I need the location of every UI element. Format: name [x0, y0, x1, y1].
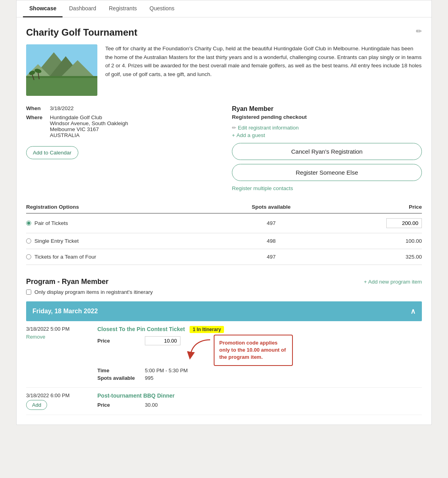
pencil-icon: ✏ — [232, 125, 236, 131]
tab-questions[interactable]: Questions — [143, 0, 181, 17]
itinerary-checkbox-label: Only display program items in registrant… — [34, 289, 153, 295]
program-item-1-price-row: Price — [97, 336, 422, 366]
event-image — [26, 44, 97, 96]
program-item-2-price-row: Price 30.00 — [97, 402, 422, 408]
registrant-status: Registered pending checkout — [232, 114, 422, 120]
price-input-program-1[interactable] — [145, 336, 180, 345]
program-item-2: 3/18/2022 6:00 PM Add Post-tournament BB… — [26, 388, 422, 415]
option-single-ticket: Single Entry Ticket — [26, 233, 218, 249]
plus-icon: + — [232, 132, 235, 138]
program-item-2-left: 3/18/2022 6:00 PM Add — [26, 392, 97, 410]
price-single-ticket: 100.00 — [325, 233, 422, 249]
when-row: When 3/18/2022 — [26, 105, 216, 111]
table-row: Tickets for a Team of Four 497 325.00 — [26, 249, 422, 265]
option-team-four: Tickets for a Team of Four — [26, 249, 218, 265]
spots-value-1: 995 — [145, 375, 154, 381]
cancel-registration-button[interactable]: Cancel Ryan's Registration — [232, 143, 422, 160]
tab-registrants[interactable]: Registrants — [103, 0, 143, 17]
spots-pair-tickets: 497 — [218, 213, 325, 233]
price-value-2: 30.00 — [145, 402, 158, 408]
col-registration-options: Registration Options — [26, 201, 218, 213]
radio-single-ticket[interactable] — [26, 238, 31, 244]
price-team-four: 325.00 — [325, 249, 422, 265]
program-item-1-datetime: 3/18/2022 5:00 PM — [26, 326, 97, 332]
table-row: Single Entry Ticket 498 100.00 — [26, 233, 422, 249]
radio-team-four[interactable] — [26, 254, 31, 259]
register-multiple-link[interactable]: Register multiple contacts — [232, 185, 293, 191]
where-row: Where Huntingdale Golf Club Windsor Aven… — [26, 114, 216, 138]
program-item-1-spots-row: Spots available 995 — [97, 375, 422, 381]
price-field-container — [145, 336, 180, 345]
add-guest-link[interactable]: +Add a guest — [232, 132, 422, 138]
registrant-links: ✏Edit registrant information +Add a gues… — [232, 125, 422, 138]
nav-tabs: Showcase Dashboard Registrants Questions — [17, 0, 431, 17]
program-title: Program - Ryan Member — [26, 278, 108, 286]
program-item-1-title-row: Closest To the Pin Contest Ticket 1 In I… — [97, 326, 422, 333]
when-label: When — [26, 105, 50, 111]
registrant-section: Ryan Member Registered pending checkout … — [232, 105, 422, 191]
program-item-1-time-row: Time 5:00 PM - 5:30 PM — [97, 368, 422, 373]
spots-single-ticket: 498 — [218, 233, 325, 249]
registration-options: Registration Options Spots available Pri… — [26, 201, 422, 265]
details-section: When 3/18/2022 Where Huntingdale Golf Cl… — [26, 105, 422, 191]
radio-pair-tickets[interactable] — [26, 221, 31, 226]
program-item-1-left: 3/18/2022 5:00 PM Remove — [26, 326, 97, 383]
tab-dashboard[interactable]: Dashboard — [63, 0, 103, 17]
svg-rect-6 — [26, 78, 97, 96]
add-item-2-button[interactable]: Add — [26, 400, 47, 410]
arrow-svg — [188, 338, 212, 362]
registrant-name: Ryan Member — [232, 105, 422, 112]
event-header: Tee off for charity at the Foundation's … — [26, 44, 422, 96]
program-item-2-content: Post-tournament BBQ Dinner Price 30.00 — [97, 392, 422, 410]
program-item-1-content: Closest To the Pin Contest Ticket 1 In I… — [97, 326, 422, 383]
time-value-1: 5:00 PM - 5:30 PM — [145, 368, 188, 373]
edit-icon[interactable]: ✏ — [416, 27, 422, 36]
page-title: Charity Golf Tournament — [26, 27, 137, 38]
program-item-1-title: Closest To the Pin Contest Ticket — [97, 326, 185, 332]
program-item-2-title: Post-tournament BBQ Dinner — [97, 392, 175, 399]
price-label-1: Price — [97, 338, 145, 344]
itinerary-badge: 1 In Itinerary — [190, 326, 224, 333]
remove-item-1-link[interactable]: Remove — [26, 334, 45, 340]
where-label: Where — [26, 114, 50, 138]
price-input-pair-tickets[interactable] — [386, 218, 422, 228]
chevron-up-icon[interactable]: ∧ — [410, 307, 416, 316]
day-header-label: Friday, 18 March 2022 — [32, 308, 98, 315]
when-value: 3/18/2022 — [50, 105, 74, 111]
price-label-2: Price — [97, 402, 145, 408]
add-program-item-link[interactable]: + Add new program item — [364, 279, 422, 285]
time-label-1: Time — [97, 368, 145, 373]
option-pair-tickets: Pair of Tickets — [26, 213, 218, 233]
table-row: Pair of Tickets 497 — [26, 213, 422, 233]
program-section: Program - Ryan Member + Add new program … — [26, 278, 422, 415]
day-header[interactable]: Friday, 18 March 2022 ∧ — [26, 301, 422, 321]
annotation-container: Promotion code applies only to the 10.00… — [188, 335, 293, 366]
annotation-tooltip: Promotion code applies only to the 10.00… — [214, 335, 293, 366]
event-details: When 3/18/2022 Where Huntingdale Golf Cl… — [26, 105, 216, 191]
where-value: Huntingdale Golf Club Windsor Avenue, So… — [50, 114, 128, 138]
page-title-row: Charity Golf Tournament ✏ — [26, 27, 422, 38]
col-spots-available: Spots available — [218, 201, 325, 213]
program-item-2-title-row: Post-tournament BBQ Dinner — [97, 392, 422, 399]
col-price: Price — [325, 201, 422, 213]
program-checkbox-row: Only display program items in registrant… — [26, 289, 422, 295]
program-item-1: 3/18/2022 5:00 PM Remove Closest To the … — [26, 321, 422, 388]
program-header: Program - Ryan Member + Add new program … — [26, 278, 422, 286]
register-someone-else-button[interactable]: Register Someone Else — [232, 164, 422, 181]
program-item-2-datetime: 3/18/2022 6:00 PM — [26, 392, 97, 398]
itinerary-checkbox[interactable] — [26, 289, 31, 295]
event-description: Tee off for charity at the Foundation's … — [105, 44, 422, 96]
add-to-calendar-button[interactable]: Add to Calendar — [26, 146, 78, 159]
spots-label-1: Spots available — [97, 375, 145, 381]
edit-registrant-link[interactable]: ✏Edit registrant information — [232, 125, 422, 131]
tab-showcase[interactable]: Showcase — [23, 0, 63, 17]
price-pair-tickets — [325, 213, 422, 233]
spots-team-four: 497 — [218, 249, 325, 265]
